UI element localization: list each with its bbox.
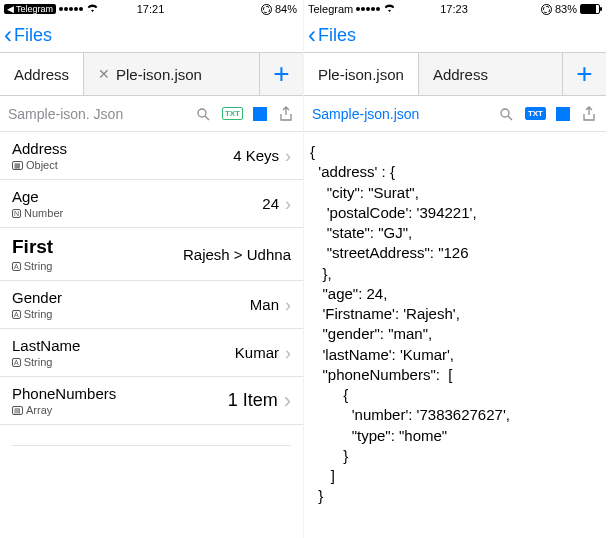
row-firstname[interactable]: FirstAString Rajesh > Udhna: [0, 228, 303, 281]
chevron-right-icon: ›: [285, 147, 291, 165]
toolbar: Sample-json.json TXT: [304, 96, 606, 132]
toolbar: Sample-ison. Json TXT: [0, 96, 303, 132]
row-gender[interactable]: GenderAString Man›: [0, 281, 303, 329]
loading-icon: [541, 4, 552, 15]
add-tab-button[interactable]: +: [259, 53, 303, 95]
tab-address[interactable]: Address: [0, 53, 83, 95]
row-lastname[interactable]: LastNameAString Kumar›: [0, 329, 303, 377]
status-bar: Telegram 17:23 83%: [304, 0, 606, 18]
divider: [12, 445, 291, 446]
text-mode-icon[interactable]: TXT: [525, 107, 546, 120]
svg-line-3: [508, 116, 512, 120]
tab-json-file[interactable]: ✕ Ple-ison.json: [83, 53, 216, 95]
chevron-right-icon: ›: [285, 296, 291, 314]
string-icon: A: [12, 262, 21, 271]
tab-bar: Address ✕ Ple-ison.json +: [0, 52, 303, 96]
pane-raw-json: Telegram 17:23 83% ‹ Files Ple-ison.json…: [303, 0, 606, 538]
chevron-left-icon: ‹: [4, 23, 12, 47]
row-address[interactable]: Address▦Object 4 Keys›: [0, 132, 303, 180]
array-icon: ▤: [12, 406, 23, 415]
carrier: Telegram: [308, 3, 353, 15]
back-label: Files: [14, 25, 52, 46]
battery-icon: [580, 4, 600, 14]
back-button[interactable]: ‹ Files: [4, 23, 52, 47]
back-to-app[interactable]: ◀ Telegram: [4, 4, 56, 14]
search-icon[interactable]: [194, 105, 212, 123]
battery-percent: 84%: [275, 3, 297, 15]
status-time: 17:21: [137, 3, 165, 15]
chevron-right-icon: ›: [284, 390, 291, 412]
tab-json-file[interactable]: Ple-ison.json: [304, 53, 418, 95]
view-mode-icon[interactable]: [253, 107, 267, 121]
signal-icon: [59, 7, 83, 11]
chevron-right-icon: ›: [285, 195, 291, 213]
row-phonenumbers[interactable]: PhoneNumbers▤Array 1 Item›: [0, 377, 303, 425]
wifi-icon: [86, 3, 99, 15]
property-list: Address▦Object 4 Keys› AgeNNumber 24› Fi…: [0, 132, 303, 425]
close-icon[interactable]: ✕: [98, 66, 110, 82]
svg-point-2: [501, 109, 509, 117]
status-time: 17:23: [440, 3, 468, 15]
text-mode-icon[interactable]: TXT: [222, 107, 243, 120]
back-label: Files: [318, 25, 356, 46]
string-icon: A: [12, 310, 21, 319]
chevron-left-icon: ‹: [308, 23, 316, 47]
share-icon[interactable]: [580, 105, 598, 123]
row-age[interactable]: AgeNNumber 24›: [0, 180, 303, 228]
status-bar: ◀ Telegram 17:21 84%: [0, 0, 303, 18]
number-icon: N: [12, 209, 21, 218]
share-icon[interactable]: [277, 105, 295, 123]
view-mode-icon[interactable]: [556, 107, 570, 121]
wifi-icon: [383, 3, 396, 15]
tab-address[interactable]: Address: [418, 53, 502, 95]
chevron-right-icon: ›: [285, 344, 291, 362]
file-name: Sample-ison. Json: [8, 106, 184, 122]
back-button[interactable]: ‹ Files: [308, 23, 356, 47]
search-icon[interactable]: [497, 105, 515, 123]
loading-icon: [261, 4, 272, 15]
svg-line-1: [205, 116, 209, 120]
json-source[interactable]: { 'address' : { "city": "Surat", 'postal…: [304, 132, 606, 517]
pane-structured: ◀ Telegram 17:21 84% ‹ Files Address ✕: [0, 0, 303, 538]
string-icon: A: [12, 358, 21, 367]
signal-icon: [356, 7, 380, 11]
battery-percent: 83%: [555, 3, 577, 15]
object-icon: ▦: [12, 161, 23, 170]
nav-bar: ‹ Files: [0, 18, 303, 52]
add-tab-button[interactable]: +: [562, 53, 606, 95]
file-name: Sample-json.json: [312, 106, 487, 122]
svg-point-0: [198, 109, 206, 117]
tab-bar: Ple-ison.json Address +: [304, 52, 606, 96]
nav-bar: ‹ Files: [304, 18, 606, 52]
